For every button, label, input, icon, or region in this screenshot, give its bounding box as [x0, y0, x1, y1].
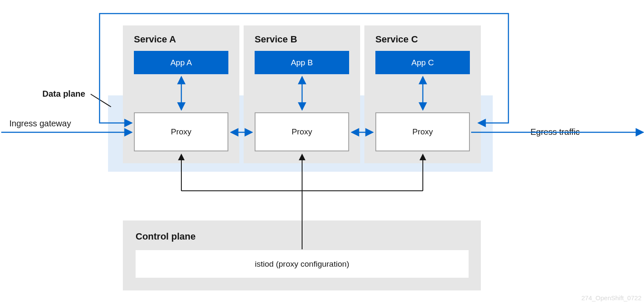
proxy-a-box: Proxy [134, 112, 228, 151]
app-b-box: App B [255, 51, 349, 74]
app-c-box: App C [375, 51, 470, 74]
app-c-label: App C [411, 58, 434, 67]
proxy-c-box: Proxy [375, 112, 470, 151]
control-plane-title: Control plane [136, 231, 196, 242]
app-b-label: App B [291, 58, 313, 67]
proxy-c-label: Proxy [412, 127, 433, 137]
egress-label: Egress traffic [530, 127, 580, 137]
service-c-title: Service C [375, 34, 418, 45]
proxy-a-label: Proxy [171, 127, 192, 137]
istiod-label: istiod (proxy configuration) [255, 259, 350, 269]
diagram-canvas: Service A App A Proxy Service B App B Pr… [0, 0, 644, 304]
ingress-label: Ingress gateway [9, 119, 71, 128]
proxy-b-label: Proxy [291, 127, 312, 137]
istiod-box: istiod (proxy configuration) [136, 250, 469, 278]
service-a-title: Service A [134, 34, 176, 45]
service-b-title: Service B [255, 34, 297, 45]
app-a-box: App A [134, 51, 228, 74]
app-a-label: App A [170, 58, 192, 67]
watermark-label: 274_OpenShift_0722 [581, 294, 641, 301]
data-plane-label: Data plane [42, 89, 85, 99]
proxy-b-box: Proxy [255, 112, 349, 151]
